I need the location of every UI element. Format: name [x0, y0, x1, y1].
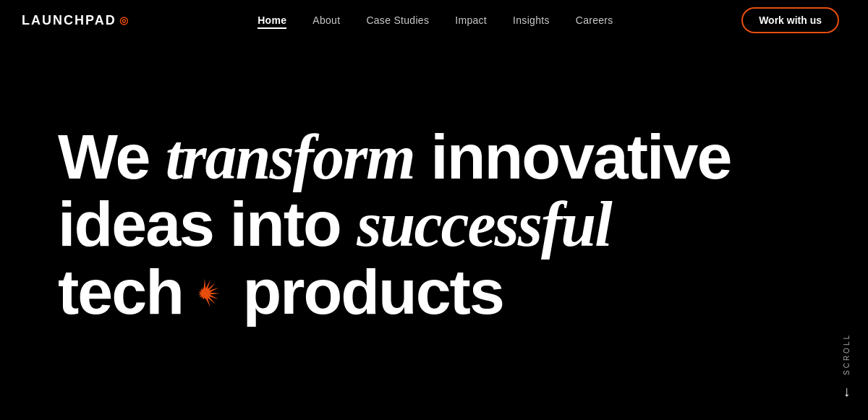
- hero-line3-pre: tech: [58, 256, 183, 327]
- hero-line3-post: products: [226, 256, 503, 327]
- navbar: LAUNCHPAD ◎ Home About Case Studies Impa…: [0, 0, 868, 40]
- hero-section: We transform innovative ideas into succe…: [0, 0, 868, 420]
- svg-point-8: [202, 291, 207, 296]
- logo-icon: ◎: [119, 14, 129, 26]
- nav-item-careers[interactable]: Careers: [576, 14, 613, 27]
- work-with-us-button[interactable]: Work with us: [741, 7, 839, 33]
- nav-item-impact[interactable]: Impact: [455, 14, 487, 27]
- nav-link-about[interactable]: About: [312, 14, 340, 26]
- hero-heading: We transform innovative ideas into succe…: [58, 124, 731, 325]
- nav-link-home[interactable]: Home: [258, 14, 286, 29]
- logo-text: LAUNCHPAD: [22, 13, 116, 28]
- hero-line3: tech products: [58, 256, 503, 327]
- hero-line2-italic: successful: [357, 189, 611, 260]
- hero-line1-pre: We: [58, 121, 166, 192]
- nav-item-insights[interactable]: Insights: [513, 14, 550, 27]
- nav-item-case-studies[interactable]: Case Studies: [366, 14, 429, 27]
- hero-line2: ideas into successful: [58, 188, 611, 260]
- scroll-indicator: SCROLL ↓: [843, 333, 851, 398]
- starburst-icon: [186, 275, 224, 312]
- nav-item-home[interactable]: Home: [258, 14, 286, 27]
- scroll-label: SCROLL: [843, 333, 851, 375]
- nav-link-case-studies[interactable]: Case Studies: [366, 14, 429, 26]
- hero-line1-post: innovative: [414, 121, 731, 192]
- hero-line1: We transform innovative: [58, 121, 731, 192]
- nav-links: Home About Case Studies Impact Insights …: [258, 14, 613, 27]
- nav-link-impact[interactable]: Impact: [455, 14, 487, 26]
- nav-item-about[interactable]: About: [312, 14, 340, 27]
- nav-link-careers[interactable]: Careers: [576, 14, 613, 26]
- hero-line2-pre: ideas into: [58, 188, 357, 260]
- hero-text: We transform innovative ideas into succe…: [58, 124, 731, 325]
- nav-link-insights[interactable]: Insights: [513, 14, 550, 26]
- scroll-arrow-icon: ↓: [843, 384, 851, 398]
- logo[interactable]: LAUNCHPAD ◎: [22, 13, 129, 28]
- hero-line1-italic: transform: [166, 122, 414, 192]
